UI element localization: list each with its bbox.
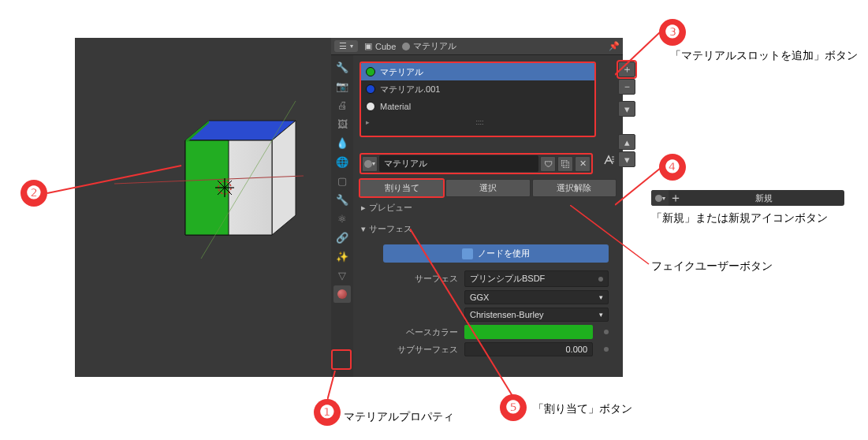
svg-line-19 [570, 205, 649, 264]
annotation-label-4b: フェイクユーザーボタン [651, 259, 773, 274]
cube-icon: ▣ [364, 41, 372, 51]
material-slot-name: マテリアル [380, 66, 423, 78]
slot-extras-button[interactable]: ▾ [618, 101, 635, 117]
tab-tool[interactable]: 🔧 [333, 58, 351, 76]
svg-marker-1 [272, 121, 296, 235]
fake-user-button[interactable]: 🛡 [540, 156, 556, 172]
grip-icon[interactable]: :::: [475, 118, 483, 126]
material-browse-button[interactable]: ▾ [362, 156, 378, 172]
unlink-material-button[interactable]: ✕ [575, 156, 590, 172]
breadcrumb-material[interactable]: マテリアル [402, 40, 456, 52]
annotation-line-5 [410, 229, 520, 402]
tab-render[interactable]: 📷 [333, 77, 351, 95]
annotation-line-fake [570, 205, 665, 268]
move-slot-up-button[interactable]: ▴ [618, 134, 635, 150]
material-name-field[interactable]: マテリアル [379, 155, 538, 172]
annotation-label-5: 「割り当て」ボタン [533, 402, 632, 416]
tab-output[interactable]: 🖨 [333, 96, 351, 114]
material-slot[interactable]: Material [361, 98, 594, 115]
section-label: プレビュー [369, 202, 412, 214]
material-sphere-icon [337, 289, 347, 299]
svg-line-15 [47, 166, 181, 193]
svg-line-17 [615, 32, 661, 75]
tab-particle[interactable]: ✨ [333, 248, 351, 265]
expand-icon[interactable]: ▸ [366, 118, 370, 126]
svg-line-18 [615, 168, 661, 205]
editor-icon: ☰ [339, 41, 347, 51]
material-name-header: マテリアル [413, 40, 456, 52]
tab-constraint[interactable]: 🔗 [333, 229, 351, 246]
viewport-3d[interactable] [75, 38, 331, 377]
properties-tabs: 🔧 📷 🖨 🖼 💧 🌐 ▢ 🔧 ⚛ 🔗 ✨ ▽ [331, 55, 353, 377]
object-name: Cube [375, 42, 396, 51]
tab-object[interactable]: ▢ [333, 172, 351, 189]
assign-row: 割り当て 選択 選択解除 [359, 179, 617, 197]
properties-header: ☰▾ ▣ Cube マテリアル 📌 [331, 38, 623, 55]
annotation-line-4 [615, 166, 662, 207]
annotation-badge-4: ❹ [659, 154, 686, 181]
remove-slot-button[interactable]: － [618, 79, 635, 95]
chevron-down-icon: ▾ [361, 224, 366, 234]
new-button[interactable]: 新規 [683, 192, 844, 204]
linkdot [598, 277, 603, 282]
annotation-badge-2: ❷ [20, 180, 47, 207]
sphere-icon [402, 43, 410, 50]
tab-material[interactable] [333, 285, 351, 303]
tab-mesh[interactable]: ▽ [333, 267, 351, 284]
linkdot [604, 347, 609, 352]
annotation-label-4a: 「新規」または新規アイコンボタン [651, 211, 828, 226]
move-slot-down-button[interactable]: ▾ [618, 151, 635, 167]
select-button[interactable]: 選択 [445, 179, 530, 197]
material-swatch-icon [366, 84, 375, 94]
section-label: サーフェス [369, 223, 412, 235]
svg-line-16 [327, 371, 335, 401]
material-swatch-icon [366, 67, 375, 76]
material-slot[interactable]: マテリアル.001 [361, 80, 594, 98]
tab-viewlayer[interactable]: 🖼 [333, 115, 351, 132]
new-material-panel: ▾ ＋ 新規 [651, 190, 844, 206]
material-name-text: マテリアル [384, 158, 427, 170]
tab-world[interactable]: 🌐 [333, 153, 351, 170]
assign-button[interactable]: 割り当て [359, 179, 444, 197]
material-slot[interactable]: マテリアル [361, 63, 594, 80]
annotation-line-1 [327, 371, 343, 402]
tab-scene[interactable]: 💧 [333, 134, 351, 151]
annotation-badge-1: ❶ [314, 399, 341, 426]
breadcrumb-object[interactable]: ▣ Cube [364, 41, 396, 51]
material-swatch-icon [366, 102, 375, 111]
editor-type-selector[interactable]: ☰▾ [334, 40, 358, 52]
annotation-label-3: 「マテリアルスロットを追加」ボタン [670, 49, 858, 63]
plus-icon: ＋ [669, 190, 683, 206]
deselect-button[interactable]: 選択解除 [532, 179, 617, 197]
linkdot [604, 330, 609, 334]
tab-physics[interactable]: ⚛ [333, 210, 351, 227]
chevron-right-icon: ▸ [361, 203, 366, 213]
new-material-button[interactable]: ⿻ [557, 156, 573, 172]
annotation-label-1: マテリアルプロパティ [344, 410, 454, 424]
sphere-icon [364, 160, 372, 168]
highlight-material-tab [331, 349, 352, 370]
material-slot-name: Material [380, 102, 411, 111]
material-slot-name: マテリアル.001 [380, 84, 440, 95]
tab-modifier[interactable]: 🔧 [333, 191, 351, 208]
material-slot-list[interactable]: マテリアル マテリアル.001 Material ▸:::: [359, 62, 596, 137]
svg-line-20 [410, 229, 512, 396]
annotation-line-2 [47, 166, 205, 205]
cursor-3d [215, 178, 234, 197]
annotation-line-3 [615, 32, 670, 79]
material-context-menu[interactable] [601, 152, 617, 168]
